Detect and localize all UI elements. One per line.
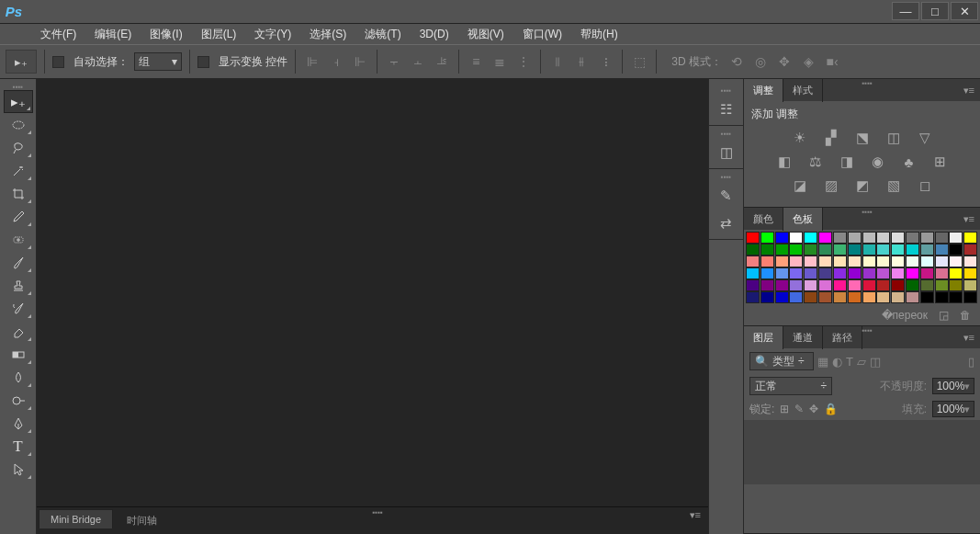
swatch[interactable]	[760, 256, 774, 267]
swatch[interactable]	[848, 256, 862, 267]
align-icon[interactable]: ⫟	[385, 52, 403, 71]
3d-zoom-icon[interactable]: ■‹	[823, 52, 841, 71]
swatch[interactable]	[920, 244, 934, 256]
swatch[interactable]	[876, 267, 890, 279]
posterize-icon[interactable]: ▨	[822, 177, 840, 194]
swatch[interactable]	[862, 279, 876, 291]
swatch[interactable]	[963, 244, 977, 256]
swatch[interactable]	[818, 279, 832, 291]
3d-roll-icon[interactable]: ◎	[751, 52, 770, 71]
3d-slide-icon[interactable]: ◈	[799, 52, 817, 71]
menu-select[interactable]: 选择(S)	[300, 24, 355, 45]
layers-list[interactable]	[744, 420, 980, 484]
gradient-tool[interactable]	[4, 343, 33, 366]
channel-mixer-icon[interactable]: ♣	[900, 153, 918, 170]
canvas[interactable]	[37, 79, 708, 506]
swatch[interactable]	[804, 291, 817, 303]
swatch[interactable]	[862, 244, 876, 256]
swatch[interactable]	[949, 244, 963, 256]
new-swatch-icon[interactable]: �переок	[882, 309, 928, 322]
swatch[interactable]	[775, 232, 789, 244]
swatch[interactable]	[862, 256, 876, 267]
swatch[interactable]	[920, 267, 934, 279]
swatch[interactable]	[833, 232, 847, 244]
brush-presets-panel-icon[interactable]: ⇄	[714, 211, 739, 235]
swatch[interactable]	[775, 291, 789, 303]
swatch[interactable]	[876, 232, 890, 244]
auto-select-checkbox[interactable]	[52, 56, 64, 68]
filter-type-icon[interactable]: T	[846, 355, 853, 369]
swatch[interactable]	[949, 232, 963, 244]
swatch[interactable]	[876, 244, 890, 256]
menu-edit[interactable]: 编辑(E)	[85, 24, 141, 45]
swatch[interactable]	[848, 291, 862, 303]
tab-channels[interactable]: 通道	[783, 326, 823, 349]
swatch[interactable]	[746, 267, 760, 279]
lock-transparency-icon[interactable]: ⊞	[780, 403, 789, 415]
swatch[interactable]	[891, 232, 905, 244]
history-panel-icon[interactable]: ☷	[714, 97, 739, 121]
align-icon[interactable]: ⫞	[327, 52, 345, 71]
swatch[interactable]	[876, 256, 890, 267]
swatch[interactable]	[935, 279, 949, 291]
menu-type[interactable]: 文字(Y)	[245, 24, 300, 45]
swatch[interactable]	[833, 291, 847, 303]
lock-all-icon[interactable]: 🔒	[824, 403, 838, 415]
levels-icon[interactable]: ▞	[822, 130, 840, 146]
swatch[interactable]	[848, 279, 862, 291]
tab-paths[interactable]: 路径	[823, 326, 862, 349]
swatch[interactable]	[789, 291, 803, 303]
swatch[interactable]	[818, 244, 832, 256]
blur-tool[interactable]	[4, 366, 33, 389]
vibrance-icon[interactable]: ▽	[916, 130, 934, 146]
swatch[interactable]	[760, 279, 774, 291]
swatch[interactable]	[818, 267, 832, 279]
grip-icon[interactable]: ▪▪▪▪	[721, 173, 731, 180]
swatch[interactable]	[789, 244, 803, 256]
current-tool-icon[interactable]: ▸₊	[6, 50, 37, 74]
dodge-tool[interactable]	[4, 389, 33, 412]
grip-icon[interactable]: ▪▪▪▪	[862, 208, 873, 216]
swatch[interactable]	[891, 244, 905, 256]
marquee-tool[interactable]	[4, 113, 33, 136]
swatch[interactable]	[963, 291, 977, 303]
swatch[interactable]	[935, 232, 949, 244]
swatch[interactable]	[876, 279, 890, 291]
swatch[interactable]	[848, 267, 862, 279]
swatch[interactable]	[804, 279, 817, 291]
swatch[interactable]	[789, 232, 803, 244]
swatch[interactable]	[775, 267, 789, 279]
swatch[interactable]	[891, 279, 905, 291]
panel-menu-icon[interactable]: ▾≡	[963, 85, 974, 97]
type-tool[interactable]: T	[4, 435, 33, 458]
3d-pan-icon[interactable]: ✥	[775, 52, 794, 71]
lasso-tool[interactable]	[4, 136, 33, 159]
swatch[interactable]	[949, 279, 963, 291]
move-tool[interactable]: ▸₊	[4, 90, 33, 113]
filter-adjust-icon[interactable]: ◐	[832, 355, 842, 369]
swatch[interactable]	[906, 244, 919, 256]
swatch[interactable]	[848, 232, 862, 244]
path-select-tool[interactable]	[4, 458, 33, 481]
swatch[interactable]	[862, 291, 876, 303]
swatch[interactable]	[906, 267, 919, 279]
swatch[interactable]	[804, 256, 817, 267]
gradient-map-icon[interactable]: ▧	[884, 177, 903, 194]
swatch[interactable]	[935, 256, 949, 267]
swatch[interactable]	[935, 267, 949, 279]
swatch[interactable]	[935, 244, 949, 256]
filter-shape-icon[interactable]: ▱	[857, 355, 866, 369]
menu-layer[interactable]: 图层(L)	[192, 24, 246, 45]
menu-help[interactable]: 帮助(H)	[571, 24, 627, 45]
tab-swatches[interactable]: 色板	[783, 208, 823, 231]
swatch[interactable]	[920, 232, 934, 244]
show-transform-checkbox[interactable]	[197, 56, 209, 68]
selective-color-icon[interactable]: ◻	[916, 177, 934, 194]
curves-icon[interactable]: ⬔	[853, 130, 872, 146]
swatch[interactable]	[906, 232, 919, 244]
swatch[interactable]	[775, 256, 789, 267]
distribute-icon[interactable]: ⫴	[548, 52, 567, 71]
swatch[interactable]	[906, 291, 919, 303]
swatch[interactable]	[760, 232, 774, 244]
3d-orbit-icon[interactable]: ⟲	[727, 52, 746, 71]
